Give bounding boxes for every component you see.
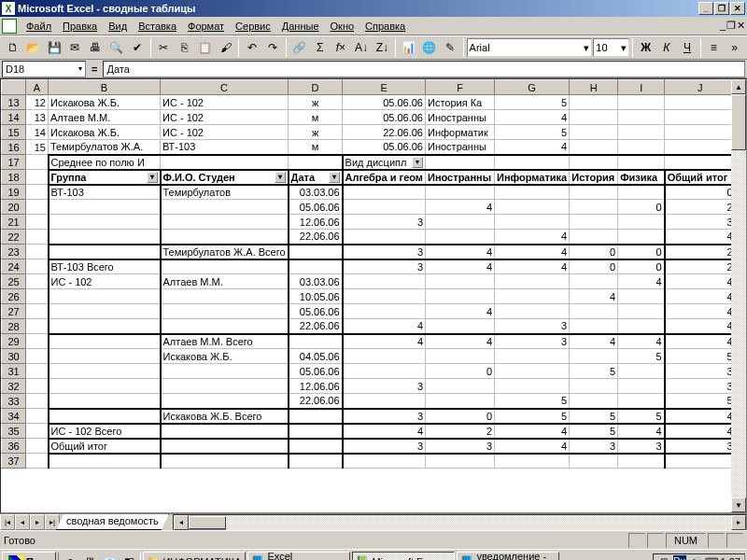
cell[interactable] [289, 155, 343, 170]
cell[interactable] [49, 245, 161, 259]
cell[interactable] [618, 304, 665, 319]
cell[interactable] [665, 140, 736, 155]
cell[interactable] [161, 200, 289, 215]
cell[interactable] [26, 289, 49, 304]
cell[interactable]: 4 [343, 424, 426, 439]
row-header[interactable]: 21 [2, 215, 26, 230]
menu-help[interactable]: Справка [359, 19, 411, 34]
cell[interactable]: 0 [426, 364, 495, 379]
cell[interactable]: 10.05.06 [289, 289, 343, 304]
cell[interactable]: ВТ-103 [49, 185, 161, 200]
cell[interactable]: 12.06.06 [289, 379, 343, 394]
print-icon[interactable]: 🖶 [86, 37, 106, 58]
cell[interactable] [49, 394, 161, 409]
cell[interactable]: Искакова Ж.Б. Всего [161, 409, 289, 424]
pivot-field[interactable]: Вид дисципл▾ [343, 155, 426, 170]
cell[interactable] [161, 319, 289, 334]
cell[interactable]: 4 [665, 424, 736, 439]
italic-icon[interactable]: К [656, 37, 676, 58]
minimize-button[interactable]: _ [698, 2, 713, 15]
cell[interactable] [343, 289, 426, 304]
open-icon[interactable]: 📂 [23, 37, 43, 58]
sum-icon[interactable]: Σ [310, 37, 330, 58]
cell[interactable]: 13 [26, 110, 49, 125]
preview-icon[interactable]: 🔍 [106, 37, 126, 58]
cell[interactable]: ж [289, 125, 343, 140]
cell[interactable]: ИС - 102 [161, 125, 289, 140]
cell[interactable]: 4 [426, 245, 495, 259]
cell[interactable]: 2 [665, 245, 736, 259]
cell[interactable] [495, 364, 570, 379]
ql-ie-icon[interactable]: e [61, 553, 79, 561]
taskbar-item[interactable]: 📘Excel обобщен... [247, 552, 350, 561]
more-icon[interactable]: » [725, 37, 744, 58]
cell[interactable]: ИС - 102 Всего [49, 424, 161, 439]
cell[interactable]: 5 [665, 394, 736, 409]
cell[interactable]: 0 [570, 259, 618, 274]
font-name-select[interactable]: Arial▾ [467, 38, 593, 57]
cell[interactable] [570, 140, 618, 155]
font-size-select[interactable]: 10▾ [593, 38, 629, 57]
cell[interactable] [26, 454, 49, 469]
cell[interactable]: 5 [570, 409, 618, 424]
cell[interactable]: 0 [618, 245, 665, 259]
cell[interactable]: ВТ-103 [161, 140, 289, 155]
cell[interactable] [426, 230, 495, 245]
cell[interactable] [570, 230, 618, 245]
cell[interactable] [49, 454, 161, 469]
cell[interactable]: 4 [665, 274, 736, 289]
cell[interactable] [289, 424, 343, 439]
copy-icon[interactable]: ⎘ [175, 37, 194, 58]
row-header[interactable]: 20 [2, 200, 26, 215]
cell[interactable] [289, 439, 343, 454]
col-header[interactable]: A [26, 80, 49, 95]
col-header[interactable]: F [426, 80, 495, 95]
cell[interactable] [426, 379, 495, 394]
cell[interactable]: 5 [570, 364, 618, 379]
dropdown-icon[interactable]: ▾ [147, 172, 158, 183]
cell[interactable]: 5 [495, 394, 570, 409]
cell[interactable]: История Ка [426, 95, 495, 110]
cell[interactable]: 05.06.06 [289, 304, 343, 319]
row-header[interactable]: 15 [2, 125, 26, 140]
cell[interactable] [495, 454, 570, 469]
cell[interactable] [26, 155, 49, 170]
menu-edit[interactable]: Правка [57, 19, 103, 34]
cell[interactable]: 4 [665, 289, 736, 304]
cell[interactable] [426, 274, 495, 289]
cell[interactable] [570, 155, 618, 170]
cell[interactable]: 3 [426, 439, 495, 454]
cell[interactable] [49, 334, 161, 349]
cell[interactable] [343, 349, 426, 364]
cell[interactable]: ИС - 102 [161, 95, 289, 110]
cell[interactable] [343, 454, 426, 469]
col-header[interactable]: J [665, 80, 736, 95]
cell[interactable] [570, 200, 618, 215]
cell[interactable]: 0 [665, 185, 736, 200]
cell[interactable]: 3 [343, 259, 426, 274]
row-header[interactable]: 14 [2, 110, 26, 125]
menu-file[interactable]: Файл [21, 19, 57, 34]
cell[interactable]: История [570, 170, 618, 185]
cell[interactable]: 22.06.06 [289, 230, 343, 245]
menu-tools[interactable]: Сервис [230, 19, 276, 34]
row-header[interactable]: 17 [2, 155, 26, 170]
cell[interactable] [289, 409, 343, 424]
cell[interactable]: 05.06.06 [343, 110, 426, 125]
formula-input[interactable]: Дата [103, 61, 745, 77]
tray-icon[interactable]: ⊞ [657, 555, 670, 561]
cell[interactable] [570, 304, 618, 319]
taskbar-item[interactable]: 📁ИНФОРМАТИКА [143, 552, 246, 561]
cell[interactable]: Алтаев М.М. [161, 274, 289, 289]
ql-outlook-icon[interactable]: 📧 [100, 553, 119, 561]
cell[interactable] [618, 319, 665, 334]
vertical-scrollbar[interactable]: ▲ ▼ [731, 79, 746, 512]
cell[interactable] [26, 409, 49, 424]
format-painter-icon[interactable]: 🖌 [216, 37, 235, 58]
cell[interactable]: 3 [495, 319, 570, 334]
cell[interactable] [161, 259, 289, 274]
cell[interactable]: 4 [495, 245, 570, 259]
cell[interactable] [495, 349, 570, 364]
cell[interactable] [161, 289, 289, 304]
cell[interactable] [343, 364, 426, 379]
